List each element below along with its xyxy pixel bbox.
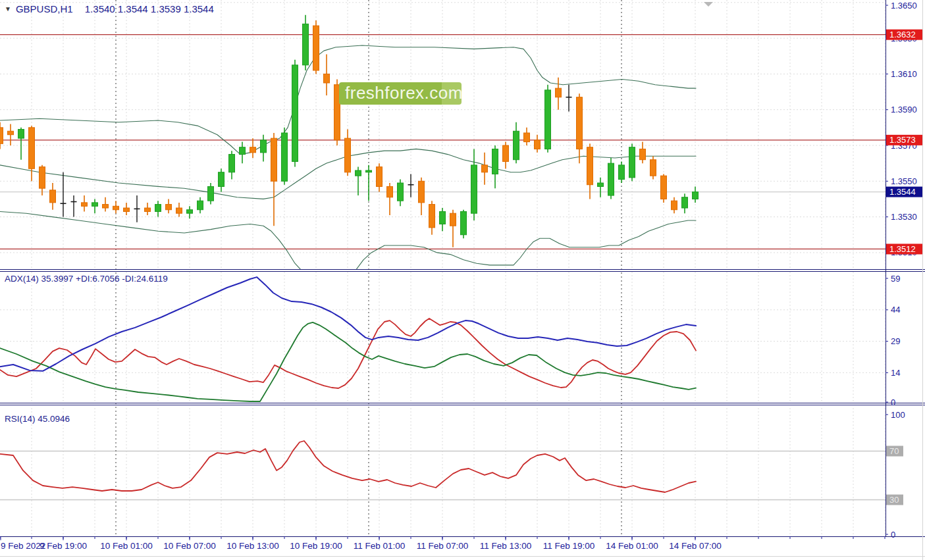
collapse-triangle-icon[interactable]: ▼ bbox=[5, 6, 11, 13]
adx-main-line bbox=[0, 277, 696, 371]
candle-bullish bbox=[682, 197, 688, 208]
adx-tick-label: 44 bbox=[891, 305, 900, 315]
candle-bullish bbox=[303, 24, 309, 64]
candle-bearish bbox=[82, 203, 88, 206]
candle-bearish bbox=[103, 205, 109, 208]
rsi-indicator-label: RSI(14) 45.0946 bbox=[5, 414, 70, 424]
adx-tick-label: 14 bbox=[891, 368, 900, 378]
candle-bearish bbox=[113, 206, 119, 209]
candle-bullish bbox=[598, 183, 604, 186]
candle-bullish bbox=[229, 155, 235, 172]
candle-bullish bbox=[261, 140, 267, 153]
candle-bullish bbox=[461, 211, 467, 234]
ohlc-readout: 1.3540 1.3544 1.3539 1.3544 bbox=[85, 3, 214, 14]
candle-bullish bbox=[219, 172, 225, 187]
price-badge: 1.3544 bbox=[886, 187, 922, 197]
candle-bullish bbox=[545, 90, 551, 149]
candle-bearish bbox=[640, 149, 646, 159]
candle-bearish bbox=[377, 167, 383, 187]
time-axis-label: 14 Feb 07:00 bbox=[669, 541, 722, 551]
candle-bearish bbox=[429, 205, 435, 228]
candle-bearish bbox=[345, 138, 351, 172]
candle-bearish bbox=[419, 181, 425, 203]
candle-bearish bbox=[661, 176, 667, 199]
candle-bearish bbox=[0, 128, 3, 143]
candle-bullish bbox=[619, 165, 625, 180]
candle-bullish bbox=[471, 165, 477, 213]
candle-bullish bbox=[608, 163, 614, 195]
candle-bullish bbox=[356, 170, 361, 176]
svg-text:1.3573: 1.3573 bbox=[889, 135, 916, 145]
candle-bullish bbox=[629, 147, 635, 178]
candle-bearish bbox=[577, 97, 583, 149]
candle-bearish bbox=[503, 145, 509, 161]
candle-bearish bbox=[250, 147, 256, 153]
adx-tick-label: 0 bbox=[891, 397, 895, 407]
price-badge: 1.3573 bbox=[886, 135, 922, 145]
adx-tick-label: 59 bbox=[891, 274, 900, 284]
candle-bearish bbox=[324, 74, 330, 83]
candle-bearish bbox=[124, 208, 130, 211]
candle-bearish bbox=[40, 167, 45, 189]
candle-bullish bbox=[492, 149, 498, 174]
candle-bullish bbox=[18, 130, 24, 139]
candle-bullish bbox=[208, 186, 214, 201]
svg-text:30: 30 bbox=[889, 495, 899, 505]
adx-tick-label: 29 bbox=[891, 336, 900, 346]
price-tick-label: 1.3590 bbox=[891, 105, 917, 115]
chart-shift-marker-icon[interactable] bbox=[704, 2, 713, 7]
candle-bullish bbox=[693, 192, 699, 199]
candle-bullish bbox=[282, 133, 288, 181]
time-axis-label: 10 Feb 13:00 bbox=[226, 541, 279, 551]
price-tick-label: 1.3530 bbox=[891, 212, 917, 222]
candle-bullish bbox=[514, 131, 519, 159]
time-axis-label: 11 Feb 19:00 bbox=[543, 541, 595, 551]
candle-bearish bbox=[387, 186, 393, 197]
candle-bearish bbox=[8, 131, 14, 134]
candle-bullish bbox=[292, 65, 298, 162]
time-axis-label: 9 Feb 19:00 bbox=[40, 541, 87, 551]
candle-bullish bbox=[155, 205, 161, 212]
rsi-level-badge: 30 bbox=[886, 495, 903, 505]
time-axis-label: 11 Feb 13:00 bbox=[480, 541, 532, 551]
candle-bearish bbox=[535, 140, 541, 149]
time-axis-label: 14 Feb 01:00 bbox=[606, 541, 658, 551]
price-tick-label: 1.3650 bbox=[891, 1, 917, 11]
rsi-tick-label: 0 bbox=[891, 530, 895, 540]
trading-chart-window: 1.36501.36301.36101.35901.35701.35501.35… bbox=[0, 0, 925, 560]
symbol-title: ▼GBPUSD,H1 1.3540 1.3544 1.3539 1.3544 bbox=[5, 3, 214, 14]
time-axis-label: 11 Feb 07:00 bbox=[417, 541, 469, 551]
candle-bearish bbox=[650, 160, 656, 176]
candle-bearish bbox=[29, 128, 35, 168]
candle-bearish bbox=[313, 26, 319, 70]
candle-bullish bbox=[187, 210, 193, 213]
time-axis-label: 10 Feb 01:00 bbox=[100, 541, 153, 551]
rsi-tick-label: 100 bbox=[891, 410, 905, 420]
candle-bearish bbox=[450, 213, 456, 226]
svg-text:70: 70 bbox=[889, 446, 899, 456]
candle-bearish bbox=[50, 190, 56, 203]
candle-bullish bbox=[198, 201, 203, 210]
candle-bearish bbox=[672, 201, 677, 210]
candle-bearish bbox=[271, 138, 277, 181]
time-axis-label: 10 Feb 07:00 bbox=[163, 541, 216, 551]
adx-indicator-label: ADX(14) 35.3997 +DI:6.7056 -DI:24.6119 bbox=[5, 274, 168, 284]
candles-layer[interactable] bbox=[0, 15, 699, 247]
candle-bearish bbox=[166, 205, 172, 210]
rsi-level-badge: 70 bbox=[886, 446, 903, 457]
candle-bearish bbox=[145, 208, 151, 211]
svg-text:1.3512: 1.3512 bbox=[889, 244, 916, 254]
price-tick-label: 1.3550 bbox=[891, 176, 917, 186]
price-badge: 1.3512 bbox=[886, 243, 922, 254]
symbol-name: GBPUSD,H1 bbox=[16, 3, 73, 14]
candle-bearish bbox=[587, 147, 593, 185]
candle-bullish bbox=[92, 203, 98, 206]
candle-bullish bbox=[440, 211, 446, 224]
time-axis-label: 10 Feb 19:00 bbox=[290, 541, 342, 551]
broker-watermark: freshforex.com bbox=[339, 82, 462, 105]
candle-bullish bbox=[366, 170, 372, 172]
candle-bullish bbox=[398, 183, 404, 201]
price-tick-label: 1.3610 bbox=[891, 69, 917, 79]
candle-bearish bbox=[482, 165, 488, 172]
candle-bearish bbox=[556, 88, 562, 97]
